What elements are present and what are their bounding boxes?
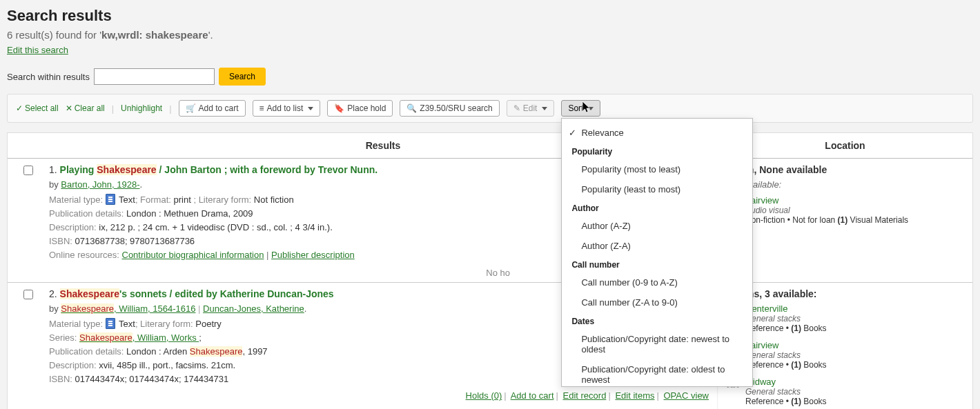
separator: | [169,103,171,114]
shelf-text: Audio visual [745,206,908,215]
location-detail: Reference • (1) Books [745,397,827,406]
column-location-header: Location [717,133,972,158]
location-unavailable: 1 unavailable: [726,179,964,190]
list-icon: ≡ [259,103,264,113]
sort-author-za[interactable]: Author (Z-A) [562,236,752,256]
z3950-button[interactable]: 🔍Z39.50/SRU search [400,100,499,117]
author-link[interactable]: Barton, John, 1928- [61,179,139,190]
result-checkbox[interactable] [23,290,33,299]
result-checkbox[interactable] [23,166,33,175]
library-link[interactable]: Centerville [745,303,827,314]
unhighlight-link[interactable]: Unhighlight [121,103,162,113]
sort-pub-new[interactable]: Publication/Copyright date: newest to ol… [562,329,752,359]
online-resource-link[interactable]: Contributor biographical information [122,250,264,260]
results-toolbar: ✓ Select all ✕ Clear all | Unhighlight |… [7,94,973,123]
text-material-icon [106,194,115,205]
library-link[interactable]: Fairview [745,195,908,206]
sort-pop-least[interactable]: Popularity (least to most) [562,179,752,199]
sort-call-header: Call number [562,256,752,272]
holds-link[interactable]: Holds (0) [466,390,502,401]
author-link[interactable]: Shakespeare, William, 1564-1616 [61,303,195,314]
sort-dropdown: Relevance Popularity Popularity (most to… [561,118,753,387]
result-actions: Holds (0)| Add to cart| Edit record| Edi… [49,388,709,401]
add-to-list-button[interactable]: ≡Add to list [253,100,321,117]
location-item: Midway General stacks Reference • (1) Bo… [726,377,964,406]
location-item: Fairview Audio visual Non-fiction • Not … [726,195,964,225]
cart-icon: 🛒 [186,103,196,113]
separator: | [112,103,114,114]
chevron-down-icon [308,107,313,110]
sort-popularity-header: Popularity [562,143,752,159]
location-item: Centerville General stacks Reference • (… [726,303,964,333]
no-holds-text: No ho [486,268,510,278]
chevron-down-icon [542,107,547,110]
location-detail: Reference • (1) Books [745,323,827,333]
results-count: 6 result(s) found for 'kw,wrdl: shakespe… [7,29,973,41]
edit-search-link[interactable]: Edit this search [7,45,68,55]
location-summary: 3 items, 3 available: [726,288,964,299]
sort-pop-most[interactable]: Popularity (most to least) [562,159,752,179]
edit-button[interactable]: ✎Edit [507,100,555,117]
sort-call-za[interactable]: Call number (Z-A to 9-0) [562,292,752,312]
location-detail: Non-fiction • Not for loan (1) Visual Ma… [745,215,908,225]
sort-author-header: Author [562,199,752,216]
location-detail: Reference • (1) Books [745,360,827,370]
edit-items-link[interactable]: Edit items [615,390,654,401]
bookmark-icon: 🔖 [334,103,344,113]
opac-view-link[interactable]: OPAC view [664,390,709,401]
sort-pub-old[interactable]: Publication/Copyright date: oldest to ne… [562,359,752,387]
shelf-text: General stacks [745,350,827,360]
text-material-icon [106,318,115,329]
library-link[interactable]: Fairview [745,340,827,350]
shelf-text: General stacks [745,387,827,397]
author-link[interactable]: Duncan-Jones, Katherine [203,303,304,314]
sort-call-09[interactable]: Call number (0-9 to A-Z) [562,272,752,292]
sort-relevance[interactable]: Relevance [562,123,752,143]
place-hold-button[interactable]: 🔖Place hold [327,100,393,117]
add-to-cart-link[interactable]: Add to cart [511,390,554,401]
online-resource-link[interactable]: Publisher description [271,250,355,260]
series-link[interactable]: Shakespeare, William, Works [79,332,199,343]
sort-dates-header: Dates [562,312,752,329]
page-title: Search results [7,7,973,25]
select-all-link[interactable]: ✓ Select all [16,103,59,113]
clear-all-link[interactable]: ✕ Clear all [66,103,105,113]
location-item: Fairview General stacks Reference • (1) … [726,340,964,370]
sort-author-az[interactable]: Author (A-Z) [562,216,752,236]
search-within-input[interactable] [94,68,215,85]
search-icon: 🔍 [406,103,417,113]
result-row: 2. Shakespeare's sonnets / edited by Kat… [8,283,972,409]
add-to-cart-button[interactable]: 🛒Add to cart [179,100,246,117]
location-summary: 1 item, None available [726,164,964,175]
shelf-text: General stacks [745,314,827,323]
library-link[interactable]: Midway [745,377,827,387]
search-within-button[interactable]: Search [219,68,266,86]
edit-record-link[interactable]: Edit record [563,390,607,401]
result-row: 1. Playing Shakespeare / John Barton ; w… [8,159,972,283]
chevron-down-icon [588,107,594,110]
sort-button[interactable]: Sort [561,100,600,117]
pencil-icon: ✎ [513,103,520,113]
search-within-label: Search within results [7,72,90,82]
